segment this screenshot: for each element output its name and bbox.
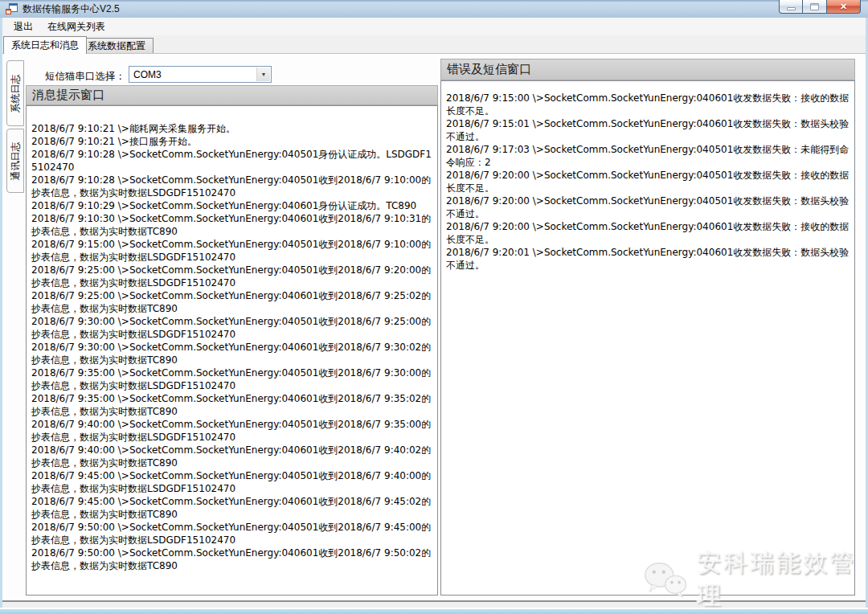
message-log-entry: 2018/6/7 9:40:00 \>SocketComm.SocketYunE…: [31, 444, 433, 469]
tab-strip: 系统日志和消息 系统数据配置: [2, 35, 866, 54]
message-log-entry: 2018/6/7 9:10:28 \>SocketComm.SocketYunE…: [31, 148, 433, 174]
sms-modem-port-select[interactable]: COM3 ▼: [129, 66, 272, 83]
menubar: 退出 在线网关列表: [2, 18, 866, 35]
side-tab-comm-log[interactable]: 通讯日志: [6, 129, 24, 193]
message-log-box[interactable]: 2018/6/7 9:10:21 \>能耗网关采集服务开始。 2018/6/7 …: [26, 105, 438, 596]
sms-modem-port-label: 短信猫串口选择：: [45, 70, 125, 84]
menu-item-exit[interactable]: 退出: [6, 18, 40, 36]
error-log-entry: 2018/6/7 9:15:01 \>SocketComm.SocketYunE…: [446, 117, 850, 143]
message-log-entry: 2018/6/7 9:15:00 \>SocketComm.SocketYunE…: [31, 238, 433, 264]
message-log-entry: 2018/6/7 9:50:00 \>SocketComm.SocketYunE…: [31, 521, 433, 546]
message-log-entry: 2018/6/7 9:25:00 \>SocketComm.SocketYunE…: [31, 264, 433, 289]
message-log-entry: 2018/6/7 9:25:00 \>SocketComm.SocketYunE…: [31, 289, 433, 315]
window-title: 数据传输服务中心V2.5: [23, 2, 120, 16]
error-log-entry: 2018/6/7 9:20:01 \>SocketComm.SocketYunE…: [446, 246, 850, 272]
side-tab-comm-log-label: 通讯日志: [9, 141, 23, 180]
message-log-entry: 2018/6/7 9:35:00 \>SocketComm.SocketYunE…: [31, 366, 433, 392]
app-icon: [6, 3, 18, 14]
message-log-entry: 2018/6/7 9:50:00 \>SocketComm.SocketYunE…: [31, 546, 433, 572]
error-log-box[interactable]: 2018/6/7 9:15:00 \>SocketComm.SocketYunE…: [440, 80, 855, 596]
message-log-entry: 2018/6/7 9:10:21 \>接口服务开始。: [31, 135, 433, 148]
window-border-bottom: [0, 609, 868, 614]
message-log-entry: 2018/6/7 9:10:30 \>SocketComm.SocketYunE…: [31, 212, 433, 238]
message-log-entry: 2018/6/7 9:45:00 \>SocketComm.SocketYunE…: [31, 469, 433, 495]
window-controls: ✕: [779, 0, 861, 14]
side-tab-system-log[interactable]: 系统日志: [6, 60, 24, 126]
side-tab-system-log-label: 系统日志: [9, 74, 23, 113]
message-log-entry: 2018/6/7 9:10:28 \>SocketComm.SocketYunE…: [31, 174, 433, 199]
maximize-icon: [810, 3, 819, 10]
close-button[interactable]: ✕: [827, 0, 861, 14]
message-log-entry: 2018/6/7 9:40:00 \>SocketComm.SocketYunE…: [31, 418, 433, 444]
sms-modem-port-value: COM3: [133, 69, 162, 80]
chevron-down-icon: ▼: [256, 68, 270, 81]
error-log-entry: 2018/6/7 9:20:00 \>SocketComm.SocketYunE…: [446, 194, 850, 220]
message-panel-header: 消息提示窗口: [26, 85, 438, 105]
error-log-entry: 2018/6/7 9:20:00 \>SocketComm.SocketYunE…: [446, 220, 850, 246]
message-log-entry: 2018/6/7 9:10:21 \>能耗网关采集服务开始。: [31, 122, 433, 135]
message-log-entry: 2018/6/7 9:10:29 \>SocketComm.SocketYunE…: [31, 199, 433, 212]
menu-item-online-gateway-list[interactable]: 在线网关列表: [40, 18, 113, 36]
tab-system-log-and-messages[interactable]: 系统日志和消息: [3, 36, 87, 54]
tab-system-data-config[interactable]: 系统数据配置: [80, 38, 154, 54]
maximize-button[interactable]: [803, 0, 827, 14]
window-border-left: [0, 18, 2, 614]
app-window: 数据传输服务中心V2.5 ✕ 退出 在线网关列表 系统日志和消息 系统数据配置 …: [0, 0, 868, 614]
minimize-icon: [787, 7, 796, 10]
message-log-entry: 2018/6/7 9:45:00 \>SocketComm.SocketYunE…: [31, 495, 433, 521]
close-icon: ✕: [840, 2, 847, 11]
message-log-entry: 2018/6/7 9:30:00 \>SocketComm.SocketYunE…: [31, 315, 433, 341]
error-log-entry: 2018/6/7 9:17:03 \>SocketComm.SocketYunE…: [446, 143, 850, 169]
error-log-entry: 2018/6/7 9:15:00 \>SocketComm.SocketYunE…: [446, 92, 850, 117]
message-log-entry: 2018/6/7 9:30:00 \>SocketComm.SocketYunE…: [31, 341, 433, 366]
error-panel-header: 错误及短信窗口: [440, 59, 855, 80]
minimize-button[interactable]: [779, 0, 803, 14]
message-log-entry: 2018/6/7 9:35:00 \>SocketComm.SocketYunE…: [31, 392, 433, 418]
error-log-entry: 2018/6/7 9:20:00 \>SocketComm.SocketYunE…: [446, 169, 850, 194]
titlebar[interactable]: 数据传输服务中心V2.5 ✕: [0, 0, 868, 18]
